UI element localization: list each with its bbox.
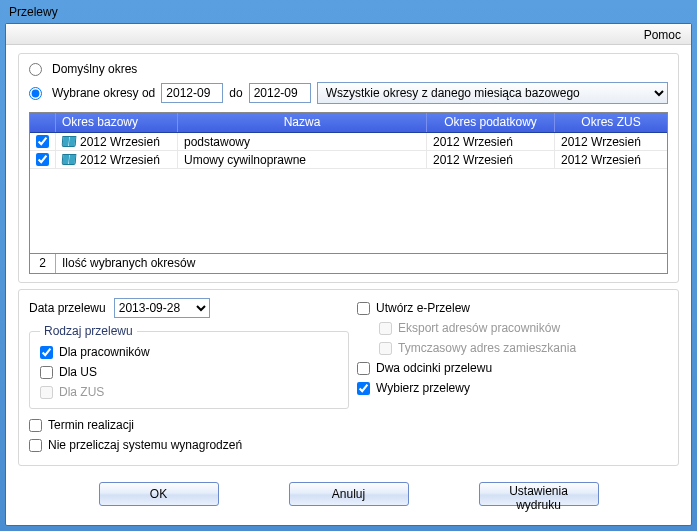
cell-name: podstawowy [184, 135, 250, 149]
chk-termin-realizacji[interactable] [29, 419, 42, 432]
lbl-dla-pracownikow: Dla pracowników [59, 345, 150, 359]
lbl-wybierz-przelewy: Wybierz przelewy [376, 381, 470, 395]
chk-tymczasowy-adres [379, 342, 392, 355]
chk-utworz-eprzelew[interactable] [357, 302, 370, 315]
date-label: Data przelewu [29, 301, 106, 315]
cell-zus: 2012 Wrzesień [561, 153, 641, 167]
table-footer: 2 Ilość wybranych okresów [30, 253, 667, 273]
title-bar: Przelewy [5, 5, 692, 23]
radio-default-period[interactable] [29, 63, 42, 76]
help-bar: Pomoc [6, 24, 691, 45]
radio-default-period-label: Domyślny okres [52, 62, 137, 76]
lbl-utworz-eprzelew: Utwórz e-Przelew [376, 301, 470, 315]
th-checkbox [30, 113, 56, 132]
chk-wybierz-przelewy[interactable] [357, 382, 370, 395]
cancel-button[interactable]: Anuluj [289, 482, 409, 506]
rodzaj-legend: Rodzaj przelewu [40, 324, 137, 338]
th-name[interactable]: Nazwa [178, 113, 427, 132]
chk-dla-us[interactable] [40, 366, 53, 379]
period-group: Domyślny okres Wybrane okresy od do Wszy… [18, 53, 679, 283]
lbl-dwa-odcinki: Dwa odcinki przelewu [376, 361, 492, 375]
chk-dla-zus [40, 386, 53, 399]
cell-base: 2012 Wrzesień [80, 153, 160, 167]
help-link[interactable]: Pomoc [644, 28, 681, 42]
periods-table: Okres bazowy Nazwa Okres podatkowy Okres… [29, 112, 668, 274]
table-row[interactable]: 2012 Wrzesień Umowy cywilnoprawne 2012 W… [30, 151, 667, 169]
transfer-date-combo[interactable]: 2013-09-28 [114, 298, 210, 318]
window-title: Przelewy [9, 5, 58, 19]
cell-name: Umowy cywilnoprawne [184, 153, 306, 167]
lbl-dla-zus: Dla ZUS [59, 385, 104, 399]
cell-zus: 2012 Wrzesień [561, 135, 641, 149]
table-header: Okres bazowy Nazwa Okres podatkowy Okres… [30, 113, 667, 133]
radio-selected-period-label: Wybrane okresy od [52, 86, 155, 100]
lbl-eksport-adresow: Eksport adresów pracowników [398, 321, 560, 335]
chk-dwa-odcinki[interactable] [357, 362, 370, 375]
transfer-options-group: Data przelewu 2013-09-28 Rodzaj przelewu… [18, 289, 679, 466]
lbl-dla-us: Dla US [59, 365, 97, 379]
chk-nie-przeliczaj[interactable] [29, 439, 42, 452]
period-scope-combo[interactable]: Wszystkie okresy z danego miesiąca bazow… [317, 82, 668, 104]
footer-label: Ilość wybranych okresów [56, 254, 667, 273]
table-body: 2012 Wrzesień podstawowy 2012 Wrzesień 2… [30, 133, 667, 253]
period-to-input[interactable] [249, 83, 311, 103]
chk-eksport-adresow [379, 322, 392, 335]
lbl-nie-przeliczaj: Nie przeliczaj systemu wynagrodzeń [48, 438, 242, 452]
print-settings-button[interactable]: Ustawienia wydruku [479, 482, 599, 506]
button-bar: OK Anuluj Ustawienia wydruku [18, 472, 679, 510]
window-body: Pomoc Domyślny okres Wybrane okresy od d… [5, 23, 692, 526]
cell-tax: 2012 Wrzesień [433, 153, 513, 167]
th-tax[interactable]: Okres podatkowy [427, 113, 555, 132]
footer-count: 2 [30, 254, 56, 273]
row-checkbox[interactable] [36, 135, 49, 148]
table-row[interactable]: 2012 Wrzesień podstawowy 2012 Wrzesień 2… [30, 133, 667, 151]
chk-dla-pracownikow[interactable] [40, 346, 53, 359]
th-base[interactable]: Okres bazowy [56, 113, 178, 132]
radio-selected-period[interactable] [29, 87, 42, 100]
lbl-termin-realizacji: Termin realizacji [48, 418, 134, 432]
period-to-label: do [229, 86, 242, 100]
content: Domyślny okres Wybrane okresy od do Wszy… [6, 45, 691, 525]
lbl-tymczasowy-adres: Tymczasowy adres zamieszkania [398, 341, 576, 355]
th-zus[interactable]: Okres ZUS [555, 113, 667, 132]
book-icon [62, 136, 77, 147]
ok-button[interactable]: OK [99, 482, 219, 506]
book-icon [62, 154, 77, 165]
cell-base: 2012 Wrzesień [80, 135, 160, 149]
cell-tax: 2012 Wrzesień [433, 135, 513, 149]
period-from-input[interactable] [161, 83, 223, 103]
row-checkbox[interactable] [36, 153, 49, 166]
rodzaj-fieldset: Rodzaj przelewu Dla pracowników Dla US D… [29, 324, 349, 409]
